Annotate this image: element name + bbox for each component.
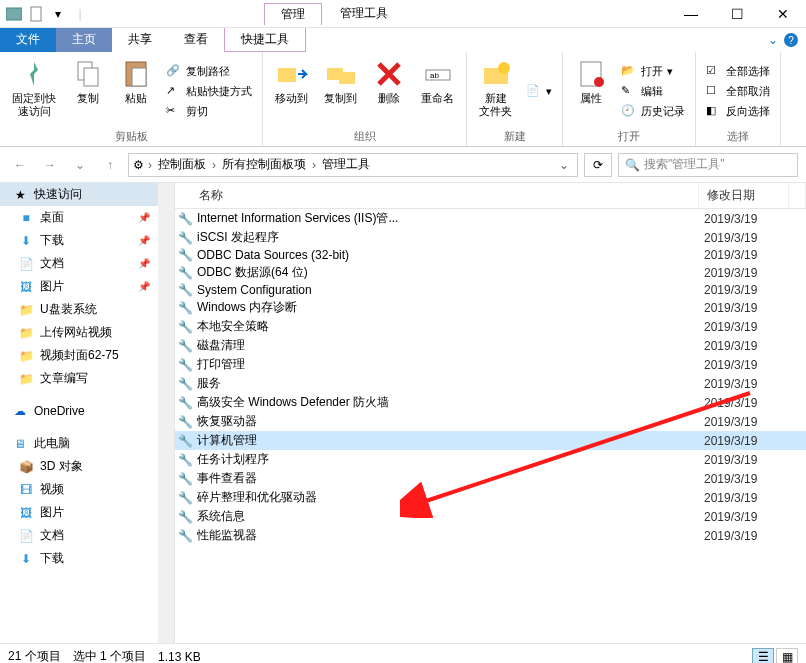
edit-button[interactable]: ✎编辑 [617,83,689,101]
select-all-button[interactable]: ☑全部选择 [702,63,774,81]
file-name: 计算机管理 [195,432,704,449]
file-date: 2019/3/19 [704,212,792,226]
svg-point-12 [498,62,510,74]
sidebar-item-upload[interactable]: 📁上传网站视频 [0,321,158,344]
downloads-icon: ⬇ [18,551,34,567]
sidebar-item-docs2[interactable]: 📄文档 [0,524,158,547]
pin-quick-access-button[interactable]: 固定到快 速访问 [6,56,62,127]
sidebar-quick-access[interactable]: ★快速访问 [0,183,158,206]
file-row[interactable]: 🔧 打印管理 2019/3/19 [175,355,806,374]
file-row[interactable]: 🔧 Internet Information Services (IIS)管..… [175,209,806,228]
tab-shortcut-tools[interactable]: 快捷工具 [224,28,306,52]
file-row[interactable]: 🔧 Windows 内存诊断 2019/3/19 [175,298,806,317]
paste-shortcut-button[interactable]: ↗粘贴快捷方式 [162,83,256,101]
open-button[interactable]: 📂打开▾ [617,63,689,81]
file-row[interactable]: 🔧 碎片整理和优化驱动器 2019/3/19 [175,488,806,507]
breadcrumb-seg-2[interactable]: 所有控制面板项 [220,156,308,173]
delete-button[interactable]: 删除 [367,56,411,127]
delete-icon [373,58,405,90]
chevron-icon[interactable]: › [210,158,218,172]
chevron-icon[interactable]: › [146,158,154,172]
tab-home[interactable]: 主页 [56,28,112,52]
new-folder-button[interactable]: 新建 文件夹 [473,56,518,127]
close-button[interactable]: ✕ [760,0,806,28]
file-row[interactable]: 🔧 System Configuration 2019/3/19 [175,282,806,298]
up-button[interactable]: ↑ [98,153,122,177]
address-dropdown-icon[interactable]: ⌄ [555,158,573,172]
icons-view-button[interactable]: ▦ [776,648,798,664]
file-row[interactable]: 🔧 性能监视器 2019/3/19 [175,526,806,545]
qat-divider: | [72,6,88,22]
back-button[interactable]: ← [8,153,32,177]
copy-path-button[interactable]: 🔗复制路径 [162,63,256,81]
ribbon-collapse-icon[interactable]: ⌄ [768,33,778,47]
column-date[interactable]: 修改日期 [699,183,789,208]
file-row[interactable]: 🔧 本地安全策略 2019/3/19 [175,317,806,336]
sidebar-item-editing[interactable]: 📁文章编写 [0,367,158,390]
copy-to-button[interactable]: 复制到 [318,56,363,127]
maximize-button[interactable]: ☐ [714,0,760,28]
file-row[interactable]: 🔧 计算机管理 2019/3/19 [175,431,806,450]
file-date: 2019/3/19 [704,377,792,391]
file-row[interactable]: 🔧 iSCSI 发起程序 2019/3/19 [175,228,806,247]
chevron-icon[interactable]: › [310,158,318,172]
sidebar-onedrive[interactable]: ☁OneDrive [0,400,158,422]
forward-button[interactable]: → [38,153,62,177]
paste-button[interactable]: 粘贴 [114,56,158,127]
file-name: 高级安全 Windows Defender 防火墙 [195,394,704,411]
group-organize-label: 组织 [269,127,460,144]
pin-icon: 📌 [138,235,150,246]
tab-file[interactable]: 文件 [0,28,56,52]
tab-share[interactable]: 共享 [112,28,168,52]
sidebar-item-desktop[interactable]: ■桌面📌 [0,206,158,229]
rename-button[interactable]: ab 重命名 [415,56,460,127]
column-headers: 名称 修改日期 [175,183,806,209]
sidebar-item-videos[interactable]: 🎞视频 [0,478,158,501]
sidebar-item-usb[interactable]: 📁U盘装系统 [0,298,158,321]
history-button[interactable]: 🕘历史记录 [617,103,689,121]
qat-doc-icon[interactable] [28,6,44,22]
sidebar-item-documents[interactable]: 📄文档📌 [0,252,158,275]
breadcrumb-seg-3[interactable]: 管理工具 [320,156,372,173]
sidebar-item-pics2[interactable]: 🖼图片 [0,501,158,524]
move-to-button[interactable]: 移动到 [269,56,314,127]
breadcrumb-seg-1[interactable]: 控制面板 [156,156,208,173]
file-row[interactable]: 🔧 ODBC Data Sources (32-bit) 2019/3/19 [175,247,806,263]
status-size: 1.13 KB [158,650,201,664]
sidebar-item-3d[interactable]: 📦3D 对象 [0,455,158,478]
refresh-button[interactable]: ⟳ [584,153,612,177]
address-field[interactable]: ⚙ › 控制面板 › 所有控制面板项 › 管理工具 ⌄ [128,153,578,177]
file-date: 2019/3/19 [704,453,792,467]
column-name[interactable]: 名称 [175,183,699,208]
cut-button[interactable]: ✂剪切 [162,103,256,121]
svg-rect-3 [84,68,98,86]
shortcut-file-icon: 🔧 [175,472,195,486]
file-row[interactable]: 🔧 ODBC 数据源(64 位) 2019/3/19 [175,263,806,282]
move-icon [276,58,308,90]
file-name: 恢复驱动器 [195,413,704,430]
sidebar-item-dl2[interactable]: ⬇下载 [0,547,158,570]
recent-button[interactable]: ⌄ [68,153,92,177]
sidebar-this-pc[interactable]: 🖥此电脑 [0,432,158,455]
select-none-button[interactable]: ☐全部取消 [702,83,774,101]
file-row[interactable]: 🔧 高级安全 Windows Defender 防火墙 2019/3/19 [175,393,806,412]
minimize-button[interactable]: — [668,0,714,28]
sidebar-item-cover[interactable]: 📁视频封面62-75 [0,344,158,367]
help-icon[interactable]: ? [784,33,798,47]
file-row[interactable]: 🔧 服务 2019/3/19 [175,374,806,393]
details-view-button[interactable]: ☰ [752,648,774,664]
file-row[interactable]: 🔧 任务计划程序 2019/3/19 [175,450,806,469]
file-row[interactable]: 🔧 事件查看器 2019/3/19 [175,469,806,488]
properties-button[interactable]: 属性 [569,56,613,127]
qat-dropdown-icon[interactable]: ▾ [50,6,66,22]
sidebar-item-pictures[interactable]: 🖼图片📌 [0,275,158,298]
file-row[interactable]: 🔧 系统信息 2019/3/19 [175,507,806,526]
sidebar-item-downloads[interactable]: ⬇下载📌 [0,229,158,252]
invert-selection-button[interactable]: ◧反向选择 [702,103,774,121]
file-row[interactable]: 🔧 恢复驱动器 2019/3/19 [175,412,806,431]
tab-view[interactable]: 查看 [168,28,224,52]
copy-button[interactable]: 复制 [66,56,110,127]
new-item-button[interactable]: 📄▾ [522,83,556,101]
file-row[interactable]: 🔧 磁盘清理 2019/3/19 [175,336,806,355]
search-input[interactable]: 🔍 搜索"管理工具" [618,153,798,177]
